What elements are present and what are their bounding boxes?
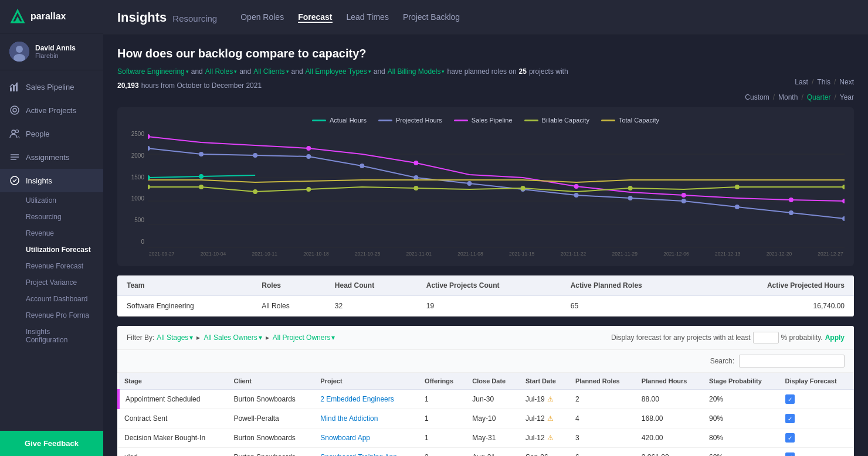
- sidebar-item-insights[interactable]: Insights: [0, 169, 103, 192]
- user-profile[interactable]: David Annis Flarebin: [0, 33, 103, 70]
- give-feedback-button[interactable]: Give Feedback: [0, 431, 103, 456]
- sidebar-item-sales-pipeline[interactable]: Sales Pipeline: [0, 75, 103, 98]
- filter-connector-2: and: [239, 67, 251, 76]
- tab-forecast[interactable]: Forecast: [298, 12, 332, 23]
- svg-point-49: [628, 186, 633, 190]
- tab-open-roles[interactable]: Open Roles: [240, 12, 284, 23]
- pl-cell-display-2[interactable]: ✓: [779, 428, 854, 448]
- sidebar-sub-resourcing[interactable]: Resourcing: [0, 209, 103, 225]
- pl-cell-offerings-3: 2: [419, 448, 466, 457]
- svg-marker-1: [15, 16, 21, 22]
- time-this[interactable]: This: [817, 78, 830, 86]
- pl-cell-project-2[interactable]: Snowboard App: [314, 428, 419, 448]
- pl-cell-client-3: Burton Snowboards: [228, 448, 314, 457]
- search-input[interactable]: [739, 355, 845, 367]
- pipeline-filter-sales-owners[interactable]: All Sales Owners ▾: [204, 334, 262, 342]
- svg-point-32: [681, 199, 686, 203]
- col-planned-roles: Active Planned Roles: [561, 275, 703, 296]
- tab-lead-times[interactable]: Lead Times: [347, 12, 389, 23]
- svg-point-45: [253, 189, 257, 194]
- pl-cell-display-3[interactable]: ✓: [779, 448, 854, 457]
- pl-cell-planned-roles-1: 4: [569, 409, 636, 428]
- pl-cell-project-1[interactable]: Mind the Addiction: [314, 409, 419, 428]
- svg-point-10: [12, 130, 15, 134]
- filter-all-roles[interactable]: All Roles ▾: [205, 67, 237, 76]
- pl-col-display: Display Forecast: [779, 373, 854, 390]
- user-info: David Annis Flarebin: [35, 44, 76, 59]
- svg-point-8: [11, 106, 19, 114]
- svg-rect-5: [10, 87, 12, 91]
- people-icon: [9, 128, 20, 139]
- sidebar-sub-revenue[interactable]: Revenue: [0, 225, 103, 241]
- pl-cell-planned-hours-1: 168.00: [636, 409, 703, 428]
- header-tabs: Open Roles Forecast Lead Times Project B…: [240, 12, 460, 23]
- svg-point-43: [148, 185, 150, 189]
- sidebar-item-assignments[interactable]: Assignments: [0, 145, 103, 169]
- pl-cell-close-0: Jun-30: [466, 390, 520, 409]
- sidebar-sub-utilization[interactable]: Utilization: [0, 192, 103, 209]
- pl-cell-stage-0: Appointment Scheduled: [118, 390, 228, 409]
- chart-legend: Actual Hours Projected Hours Sales Pipel…: [127, 117, 845, 124]
- sidebar-item-active-projects[interactable]: Active Projects: [0, 98, 103, 122]
- pl-cell-stage-prob-3: 60%: [703, 448, 779, 457]
- f-sep1: ▸: [196, 334, 200, 342]
- x-axis: 2021-09-27 2021-10-04 2021-10-11 2021-10…: [148, 251, 845, 257]
- pl-cell-project-3[interactable]: Snowboard Training App: [314, 448, 419, 457]
- cell-planned-roles: 65: [561, 296, 703, 317]
- col-projected-hours: Active Projected Hours: [703, 275, 854, 296]
- pl-cell-display-0[interactable]: ✓: [779, 390, 854, 409]
- logo-icon: [9, 8, 26, 25]
- sidebar-sub-insights-configuration[interactable]: Insights Configuration: [0, 324, 103, 348]
- pl-cell-display-1[interactable]: ✓: [779, 409, 854, 428]
- sidebar-label-insights: Insights: [26, 176, 52, 185]
- time-month[interactable]: Month: [778, 93, 798, 101]
- legend-label-total: Total Capacity: [619, 117, 659, 124]
- pipeline-filter-stages[interactable]: All Stages ▾: [157, 334, 193, 342]
- legend-line-billable: [524, 120, 538, 121]
- time-quarter[interactable]: Quarter: [807, 93, 831, 101]
- pl-cell-start-2: Jul-12⚠: [520, 428, 569, 448]
- search-label: Search:: [710, 357, 734, 365]
- sidebar-sub-project-variance[interactable]: Project Variance: [0, 274, 103, 291]
- pipeline-row-2: Decision Maker Bought-In Burton Snowboar…: [118, 428, 854, 448]
- sidebar-label-sales-pipeline: Sales Pipeline: [26, 83, 74, 91]
- sidebar-sub-revenue-forecast[interactable]: Revenue Forecast: [0, 258, 103, 274]
- search-bar: Search:: [117, 350, 854, 373]
- time-last[interactable]: Last: [795, 78, 808, 86]
- pipeline-header: Filter By: All Stages ▾ ▸ All Sales Owne…: [117, 326, 854, 350]
- time-next[interactable]: Next: [839, 78, 854, 86]
- pl-cell-project-0[interactable]: 2 Embedded Engineers: [314, 390, 419, 409]
- pl-cell-planned-hours-2: 420.00: [636, 428, 703, 448]
- time-custom[interactable]: Custom: [745, 93, 769, 101]
- filter-all-clients[interactable]: All Clients ▾: [253, 67, 289, 76]
- assignments-icon: [9, 152, 20, 162]
- filter-all-employee-types[interactable]: All Employee Types ▾: [306, 67, 371, 76]
- pipeline-row-0: Appointment Scheduled Burton Snowboards …: [118, 390, 854, 409]
- apply-button[interactable]: Apply: [825, 334, 845, 342]
- projects-icon: [9, 105, 20, 115]
- svg-point-11: [16, 130, 19, 133]
- tab-project-backlog[interactable]: Project Backlog: [403, 12, 460, 23]
- legend-line-total: [601, 120, 615, 121]
- legend-label-actual: Actual Hours: [330, 117, 367, 124]
- sidebar-item-people[interactable]: People: [0, 122, 103, 145]
- sidebar-sub-utilization-forecast[interactable]: Utilization Forecast: [0, 241, 103, 258]
- filter-all-billing-models[interactable]: All Billing Models ▾: [388, 67, 445, 76]
- col-active-projects: Active Projects Count: [417, 275, 561, 296]
- time-year[interactable]: Year: [840, 93, 854, 101]
- pl-cell-close-1: May-10: [466, 409, 520, 428]
- sidebar-sub-account-dashboard[interactable]: Account Dashboard: [0, 291, 103, 307]
- sidebar-sub-revenue-pro-forma[interactable]: Revenue Pro Forma: [0, 307, 103, 324]
- filter-software-engineering[interactable]: Software Engineering ▾: [117, 67, 189, 76]
- svg-point-22: [148, 146, 150, 151]
- pipeline-filter-project-owners[interactable]: All Project Owners ▾: [273, 334, 335, 342]
- legend-projected-hours: Projected Hours: [378, 117, 442, 124]
- pl-cell-offerings-2: 1: [419, 428, 466, 448]
- pipeline-row-3: uled Burton Snowboards Snowboard Trainin…: [118, 448, 854, 457]
- y-axis: 2500 2000 1500 1000 500 0: [127, 131, 148, 257]
- sidebar: parallax David Annis Flarebin Sales Pipe…: [0, 0, 103, 456]
- prob-input[interactable]: [753, 332, 779, 343]
- pipeline-filter-by: Filter By: All Stages ▾ ▸ All Sales Owne…: [127, 334, 335, 342]
- main-content: Insights Resourcing Open Roles Forecast …: [103, 0, 868, 456]
- sidebar-nav: Sales Pipeline Active Projects People: [0, 70, 103, 431]
